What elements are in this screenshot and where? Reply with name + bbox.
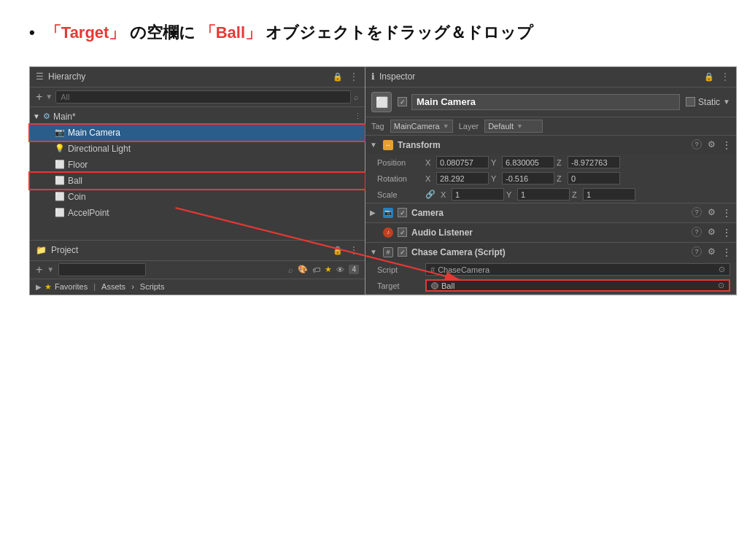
camera-info-icon[interactable]: ? — [692, 207, 702, 217]
position-label: Position — [377, 158, 421, 167]
scene-dots[interactable]: ⋮ — [354, 112, 362, 121]
script-info-icon[interactable]: ? — [692, 246, 702, 257]
hierarchy-search-input[interactable] — [55, 90, 351, 104]
camera-active-checkbox[interactable]: ✓ — [398, 208, 407, 217]
target-field-value[interactable]: Ball ⊙ — [425, 279, 730, 292]
camera-dots-icon[interactable]: ⋮ — [721, 207, 732, 219]
page-container: • 「Target」 の空欄に 「Ball」 オブジェクトをドラッグ＆ドロップ … — [0, 0, 747, 310]
transform-settings-icon[interactable]: ⚙ — [708, 139, 716, 151]
hierarchy-item-coin[interactable]: ⬜ Coin — [30, 189, 365, 205]
instruction-text-end: オブジェクトをドラッグ＆ドロップ — [266, 23, 533, 42]
hierarchy-item-ball[interactable]: ⬜ Ball — [30, 173, 365, 189]
scale-x-input[interactable] — [452, 188, 504, 201]
inspector-lock-icon[interactable]: 🔒 — [704, 72, 714, 82]
position-x-input[interactable] — [436, 156, 489, 168]
floor-icon: ⬜ — [55, 160, 65, 169]
transform-expand-arrow: ▼ — [370, 141, 379, 149]
transform-icons-right: ? ⚙ ⋮ — [692, 139, 732, 151]
audio-dots-icon[interactable]: ⋮ — [721, 227, 732, 238]
camera-header[interactable]: ▶ 📷 ✓ Camera ? ⚙ ⋮ — [365, 203, 736, 222]
rotation-z-input[interactable] — [568, 172, 620, 184]
inspector-dots-icon[interactable]: ⋮ — [720, 71, 730, 82]
project-lock-icon[interactable]: 🔒 — [333, 246, 343, 255]
project-folder-icon: 📁 — [36, 245, 47, 255]
go-name-row: ✓ — [398, 94, 680, 110]
scripts-breadcrumb[interactable]: Scripts — [140, 282, 165, 291]
hierarchy-item-floor[interactable]: ⬜ Floor — [30, 157, 365, 173]
inspector-go-row: ⬜ ✓ Static ▼ — [365, 88, 736, 117]
go-icon: ⬜ — [371, 92, 392, 112]
target-ball-text: Ball — [441, 281, 454, 290]
hierarchy-menu-icon: ☰ — [36, 71, 44, 82]
script-circle-btn[interactable]: ⊙ — [719, 265, 725, 274]
hierarchy-search-bar: + ▼ ⌕ — [30, 88, 365, 107]
project-eye-icon[interactable]: 👁 — [336, 265, 344, 274]
audio-settings-icon[interactable]: ⚙ — [708, 227, 716, 238]
camera-component: ▶ 📷 ✓ Camera ? ⚙ ⋮ — [365, 203, 736, 223]
rotation-y-input[interactable] — [502, 172, 554, 184]
accelpoint-icon: ⬜ — [55, 208, 65, 217]
coin-name: Coin — [68, 192, 86, 202]
script-icon: # — [383, 247, 393, 257]
add-dropdown-icon[interactable]: ▼ — [45, 93, 53, 101]
script-icons-right: ? ⚙ ⋮ — [692, 246, 732, 258]
transform-dots-icon[interactable]: ⋮ — [721, 139, 732, 151]
hierarchy-title: Hierarchy — [48, 71, 85, 82]
hierarchy-item-main-camera[interactable]: 📷 Main Camera — [30, 125, 365, 141]
project-dots-icon[interactable]: ⋮ — [349, 244, 359, 256]
position-z-input[interactable] — [568, 156, 620, 168]
rotation-x-input[interactable] — [436, 172, 489, 184]
floor-name: Floor — [68, 160, 88, 170]
hierarchy-item-main[interactable]: ▼ ⚙ Main* ⋮ — [30, 109, 365, 125]
transform-position-row: Position X Y Z — [365, 155, 736, 171]
project-icon2[interactable]: 🏷 — [312, 265, 320, 274]
static-checkbox[interactable] — [686, 97, 695, 106]
scale-link-icon[interactable]: 🔗 — [425, 190, 436, 199]
scale-y-input[interactable] — [517, 188, 570, 201]
accelpoint-name: AccelPoint — [68, 208, 109, 218]
audio-active-checkbox[interactable]: ✓ — [398, 228, 407, 237]
script-settings-icon[interactable]: ⚙ — [708, 246, 716, 258]
camera-component-icon: 📷 — [383, 208, 393, 218]
target-circle-btn[interactable]: ⊙ — [718, 281, 724, 290]
layer-arrow: ▼ — [516, 122, 523, 130]
position-y-input[interactable] — [502, 156, 554, 168]
camera-settings-icon[interactable]: ⚙ — [708, 207, 716, 219]
project-search-input[interactable] — [58, 263, 146, 276]
target-field-label: Target — [377, 281, 421, 290]
static-dropdown-arrow[interactable]: ▼ — [723, 98, 730, 106]
hierarchy-lock-icon[interactable]: 🔒 — [333, 72, 343, 82]
project-add-dropdown[interactable]: ▼ — [47, 265, 54, 273]
project-icon1[interactable]: 🎨 — [298, 265, 308, 274]
inspector-title: Inspector — [379, 71, 415, 82]
go-active-checkbox[interactable]: ✓ — [398, 97, 407, 106]
hierarchy-item-accelpoint[interactable]: ⬜ AccelPoint — [30, 205, 365, 221]
add-icon[interactable]: + — [36, 90, 42, 104]
layer-dropdown[interactable]: Default ▼ — [484, 120, 543, 133]
project-toolbar: + ▼ ⌕ 🎨 🏷 ★ 👁 4 — [30, 261, 365, 279]
project-add-icon[interactable]: + — [36, 263, 42, 276]
project-icon3[interactable]: ★ — [325, 265, 332, 274]
scale-y-label: Y — [506, 190, 515, 199]
script-dots-icon[interactable]: ⋮ — [721, 246, 732, 258]
rot-z-label: Z — [557, 174, 565, 183]
inspector-header: ℹ Inspector 🔒 ⋮ — [365, 67, 736, 88]
assets-breadcrumb[interactable]: Assets — [101, 282, 125, 291]
rot-y-label: Y — [491, 174, 500, 183]
go-name-input[interactable] — [411, 94, 680, 110]
script-header[interactable]: ▼ # ✓ Chase Camera (Script) ? ⚙ ⋮ — [365, 243, 736, 262]
scale-z-input[interactable] — [583, 188, 635, 201]
audio-header[interactable]: ▶ ♪ ✓ Audio Listener ? ⚙ ⋮ — [365, 223, 736, 242]
script-component: ▼ # ✓ Chase Camera (Script) ? ⚙ ⋮ Script — [365, 243, 736, 295]
transform-header[interactable]: ▼ ↔ Transform ? ⚙ ⋮ — [365, 136, 736, 155]
hierarchy-dots-icon[interactable]: ⋮ — [349, 71, 359, 82]
transform-info-icon[interactable]: ? — [692, 139, 702, 149]
layer-value: Default — [488, 122, 514, 131]
hierarchy-item-directional-light[interactable]: 💡 Directional Light — [30, 141, 365, 157]
script-active-checkbox[interactable]: ✓ — [398, 247, 407, 257]
tag-label: Tag — [371, 122, 384, 131]
tag-dropdown[interactable]: MainCamera ▼ — [390, 120, 453, 133]
tag-layer-row: Tag MainCamera ▼ Layer Default ▼ — [365, 117, 736, 136]
scene-name: Main* — [53, 112, 76, 122]
audio-info-icon[interactable]: ? — [692, 227, 702, 237]
